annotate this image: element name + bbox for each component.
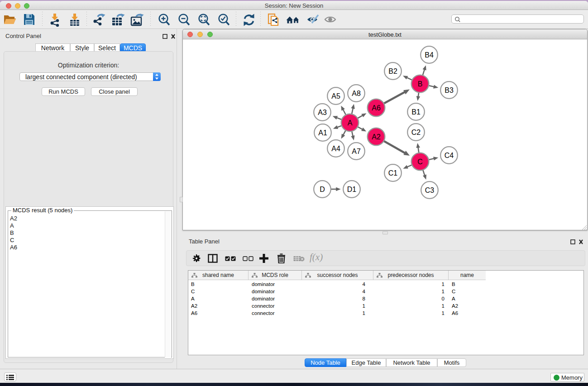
svg-text:A7: A7 [352, 148, 361, 155]
svg-text:D1: D1 [347, 186, 357, 193]
svg-text:D: D [320, 186, 325, 193]
svg-text:B3: B3 [445, 86, 454, 94]
svg-text:C3: C3 [425, 186, 435, 194]
svg-text:A5: A5 [331, 92, 340, 100]
svg-text:A2: A2 [372, 133, 381, 141]
svg-text:B4: B4 [425, 51, 434, 59]
svg-text:A: A [348, 119, 353, 127]
svg-text:A3: A3 [318, 109, 327, 116]
svg-text:B1: B1 [411, 108, 421, 116]
svg-text:A6: A6 [372, 104, 381, 112]
svg-text:A8: A8 [352, 90, 361, 97]
svg-text:A1: A1 [318, 129, 327, 137]
svg-text:C: C [417, 158, 423, 166]
svg-text:B2: B2 [388, 67, 397, 75]
svg-text:A4: A4 [331, 145, 340, 152]
svg-text:C4: C4 [445, 152, 454, 159]
svg-text:C2: C2 [411, 129, 421, 136]
svg-text:C1: C1 [388, 169, 398, 177]
svg-text:B: B [418, 80, 423, 88]
